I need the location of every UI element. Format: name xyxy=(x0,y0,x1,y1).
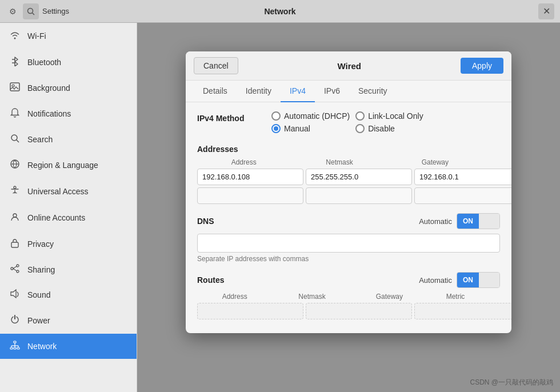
sidebar-item-wifi[interactable]: Wi-Fi xyxy=(0,23,137,49)
dialog-overlay: Cancel Wired Apply Details Identity IPv4… xyxy=(137,23,560,392)
titlebar-search-button[interactable] xyxy=(23,3,39,19)
settings-icon: ⚙ xyxy=(6,5,19,18)
search-icon xyxy=(9,134,21,145)
dns-toggle-off[interactable] xyxy=(479,214,499,229)
routes-netmask-col-header: Netmask xyxy=(274,293,349,301)
main-layout: Wi-Fi Bluetooth Background xyxy=(0,23,560,392)
tab-ipv6[interactable]: IPv6 xyxy=(315,81,349,102)
netmask-input-1[interactable] xyxy=(306,169,412,185)
sidebar-item-search-label: Search xyxy=(27,135,53,144)
routes-toggle-off[interactable] xyxy=(479,273,499,287)
sidebar-item-network[interactable]: Network xyxy=(0,334,137,359)
sidebar-item-background-label: Background xyxy=(27,83,70,93)
gateway-input-2[interactable] xyxy=(414,187,511,204)
dialog-tabs: Details Identity IPv4 IPv6 Security xyxy=(186,81,511,102)
sidebar-item-bluetooth[interactable]: Bluetooth xyxy=(0,49,137,75)
address-input-2[interactable] xyxy=(197,187,303,204)
power-icon xyxy=(9,314,21,327)
sidebar-item-power[interactable]: Power xyxy=(0,307,137,334)
address-col-header: Address xyxy=(197,158,290,166)
method-section-label: IPv4 Method xyxy=(197,111,271,123)
svg-point-0 xyxy=(28,8,33,13)
svg-point-14 xyxy=(17,270,19,273)
routes-gateway-col-header: Gateway xyxy=(352,293,427,301)
sound-icon xyxy=(9,289,21,301)
notifications-icon xyxy=(9,107,21,120)
dns-hint: Separate IP addresses with commas xyxy=(197,255,500,263)
method-automatic-dhcp[interactable]: Automatic (DHCP) xyxy=(271,111,350,121)
routes-col-heads: Address Netmask Gateway Metric xyxy=(197,293,500,301)
svg-rect-19 xyxy=(10,347,13,349)
method-disable[interactable]: Disable xyxy=(355,124,434,133)
gateway-input-1[interactable] xyxy=(414,169,511,185)
sidebar-item-online-accounts[interactable]: Online Accounts xyxy=(0,205,137,231)
sidebar-item-search[interactable]: Search xyxy=(0,127,137,152)
sidebar-item-region-language[interactable]: Region & Language xyxy=(0,152,137,178)
sidebar-item-background[interactable]: Background xyxy=(0,75,137,101)
table-row xyxy=(197,169,500,185)
app-title: Settings xyxy=(42,7,69,15)
privacy-icon xyxy=(9,238,21,250)
address-input-1[interactable] xyxy=(197,169,303,185)
dns-input[interactable] xyxy=(197,234,500,253)
netmask-input-2[interactable] xyxy=(306,187,412,204)
route-address-input[interactable] xyxy=(197,303,303,319)
ipv4-method-section: IPv4 Method Automatic (DHCP) Link-Local … xyxy=(197,111,500,133)
apply-button[interactable]: Apply xyxy=(461,58,503,74)
svg-rect-21 xyxy=(17,347,19,349)
sidebar-item-universal-access[interactable]: Universal Access xyxy=(0,178,137,205)
routes-header: Routes Automatic ON xyxy=(197,272,500,288)
dialog-title: Wired xyxy=(243,61,456,71)
bluetooth-icon xyxy=(9,56,21,69)
svg-line-17 xyxy=(13,269,17,271)
sidebar-item-power-label: Power xyxy=(27,316,50,325)
sidebar-item-sharing-label: Sharing xyxy=(27,265,55,274)
tab-ipv4[interactable]: IPv4 xyxy=(281,81,315,102)
svg-rect-20 xyxy=(14,347,16,349)
method-manual-label: Manual xyxy=(284,124,310,133)
addresses-table: Address Netmask Gateway xyxy=(197,158,500,204)
sidebar-item-sound[interactable]: Sound xyxy=(0,282,137,307)
addresses-section: Addresses Address Netmask Gateway xyxy=(197,145,500,204)
method-options: Automatic (DHCP) Link-Local Only Manual xyxy=(271,111,434,133)
table-row xyxy=(197,187,500,204)
titlebar: ⚙ Settings Network ✕ xyxy=(0,0,560,23)
radio-disable xyxy=(355,124,365,133)
routes-row xyxy=(197,303,500,319)
route-netmask-input[interactable] xyxy=(306,303,412,319)
svg-point-13 xyxy=(17,265,19,267)
sidebar-item-bluetooth-label: Bluetooth xyxy=(27,58,61,67)
routes-section: Routes Automatic ON Address Netmask Gate… xyxy=(197,272,500,319)
dns-toggle-on[interactable]: ON xyxy=(457,214,479,229)
wifi-icon xyxy=(9,30,21,42)
svg-line-16 xyxy=(13,266,17,269)
route-gateway-input[interactable] xyxy=(414,303,511,319)
cancel-button[interactable]: Cancel xyxy=(194,57,238,74)
sidebar-item-privacy-label: Privacy xyxy=(27,239,54,249)
dns-toggle[interactable]: ON xyxy=(457,213,500,229)
svg-point-5 xyxy=(12,85,14,87)
universal-access-icon xyxy=(9,185,21,198)
method-link-local[interactable]: Link-Local Only xyxy=(355,111,434,121)
sidebar-item-notifications[interactable]: Notifications xyxy=(0,101,137,127)
dns-title: DNS xyxy=(197,217,214,226)
sidebar-item-sound-label: Sound xyxy=(27,290,50,299)
close-button[interactable]: ✕ xyxy=(538,3,554,19)
svg-point-11 xyxy=(13,214,17,217)
dns-automatic-label: Automatic xyxy=(419,217,452,226)
tab-identity[interactable]: Identity xyxy=(237,81,281,102)
svg-point-15 xyxy=(11,267,13,270)
netmask-col-header: Netmask xyxy=(293,158,386,166)
dns-section: DNS Automatic ON Separate IP addresses w… xyxy=(197,213,500,263)
sidebar: Wi-Fi Bluetooth Background xyxy=(0,23,137,392)
radio-link-local xyxy=(355,111,365,121)
routes-toggle-on[interactable]: ON xyxy=(457,273,479,287)
method-manual[interactable]: Manual xyxy=(271,124,350,133)
tab-details[interactable]: Details xyxy=(194,81,237,102)
routes-toggle[interactable]: ON xyxy=(457,272,500,288)
tab-security[interactable]: Security xyxy=(349,81,397,102)
titlebar-left: ⚙ Settings xyxy=(0,3,137,19)
sidebar-item-sharing[interactable]: Sharing xyxy=(0,257,137,282)
svg-line-7 xyxy=(17,140,19,143)
sidebar-item-privacy[interactable]: Privacy xyxy=(0,231,137,257)
